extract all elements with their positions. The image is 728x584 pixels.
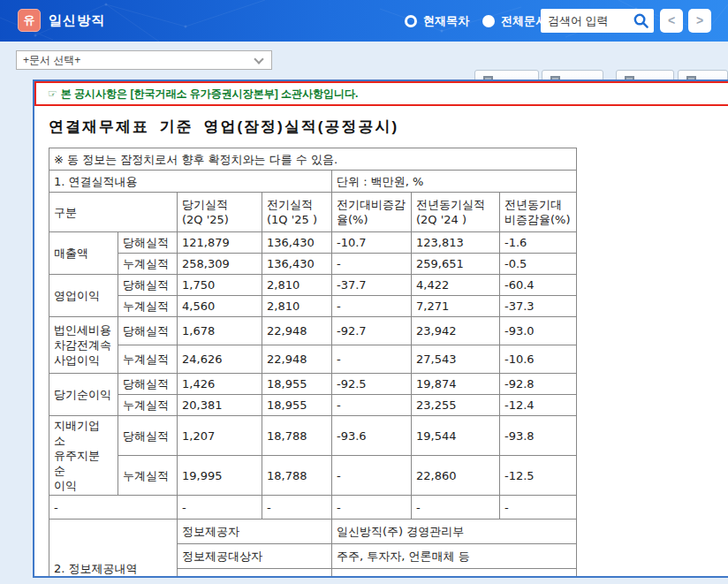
top-header-bar: 유 일신방직 현재목차 전체문서 < > xyxy=(0,0,728,42)
header-previous: 전기실적 (1Q '25 ) xyxy=(262,193,332,232)
table-row: 1. 연결실적내용 단위 : 백만원, % xyxy=(49,171,577,193)
cell: 18,955 xyxy=(262,395,332,416)
cell: 1,426 xyxy=(178,374,262,395)
jurisdiction-notice: ☞본 공시사항은 [한국거래소 유가증권시장본부] 소관사항입니다. xyxy=(34,81,728,106)
cell: -93.6 xyxy=(332,416,412,456)
cell: -10.7 xyxy=(332,232,412,254)
cell: - xyxy=(332,254,412,275)
table-row: 누계실적 258,309 136,430 - 259,651 -0.5 xyxy=(49,254,577,275)
next-button[interactable]: > xyxy=(688,9,711,33)
app-logo: 유 일신방직 xyxy=(18,9,105,32)
group-label: 지배기업 소 유주지분 순 이익 xyxy=(49,416,118,496)
company-name: 일신방직 xyxy=(49,12,105,29)
cell: 2,810 xyxy=(262,296,332,317)
table-row: 지배기업 소 유주지분 순 이익 당해실적 1,207 18,788 -93.6… xyxy=(49,416,577,456)
row-type: 당해실적 xyxy=(118,416,178,456)
provisional-note-cell: ※ 동 정보는 잠정치로서 향후 확정치와는 다를 수 있음. xyxy=(49,148,577,171)
cell: -1.6 xyxy=(500,232,577,254)
radio-current-toc[interactable] xyxy=(405,15,417,27)
section2-label: 2. 정보제공내역 xyxy=(49,520,178,579)
cell: -37.3 xyxy=(500,296,577,317)
cell: -12.5 xyxy=(500,456,577,496)
cell: -92.5 xyxy=(332,374,412,395)
cell: 1,678 xyxy=(178,317,262,345)
cell: 18,955 xyxy=(262,374,332,395)
cell: 4,422 xyxy=(412,275,500,296)
cell: 23,942 xyxy=(412,317,500,345)
cell: - xyxy=(332,496,412,520)
section1-title-cell: 1. 연결실적내용 xyxy=(49,171,332,193)
cell: -0.5 xyxy=(500,254,577,275)
cell: 18,788 xyxy=(262,416,332,456)
row-type: 당해실적 xyxy=(118,232,178,254)
document-content-panel: ☞본 공시사항은 [한국거래소 유가증권시장본부] 소관사항입니다. 연결재무제… xyxy=(33,80,728,578)
disclosure-viewer-page: { "header": { "logo_badge": "유", "compan… xyxy=(0,0,728,584)
cell: 4,560 xyxy=(178,296,262,317)
radio-current-toc-label[interactable]: 현재목차 xyxy=(423,13,469,29)
cell: - xyxy=(332,456,412,496)
group-label: 당기순이익 xyxy=(49,374,118,416)
cell: 259,651 xyxy=(412,254,500,275)
group-label: 영업이익 xyxy=(49,275,118,317)
cell: 27,543 xyxy=(412,345,500,374)
cell: -12.4 xyxy=(500,395,577,416)
cell: 22,948 xyxy=(262,317,332,345)
row-type: 당해실적 xyxy=(118,374,178,395)
table-row: 누계실적 20,381 18,955 - 23,255 -12.4 xyxy=(49,395,577,416)
group-label: 법인세비용 차감전계속 사업이익 xyxy=(49,317,118,374)
header-yoy-period: 전년동기실적 (2Q '24 ) xyxy=(412,193,500,232)
cell: -37.7 xyxy=(332,275,412,296)
document-select-value: +문서 선택+ xyxy=(23,54,80,66)
table-row: 누계실적 19,995 18,788 - 22,860 -12.5 xyxy=(49,456,577,496)
search-box xyxy=(541,9,654,33)
cell: -93.8 xyxy=(500,416,577,456)
row-type: 누계실적 xyxy=(118,456,178,496)
table-header-row: 구분 당기실적 (2Q '25) 전기실적 (1Q '25 ) 전기대비증감 율… xyxy=(49,193,577,232)
header-gubun: 구분 xyxy=(49,193,178,232)
cell: 22,860 xyxy=(412,456,500,496)
row-type: 누계실적 xyxy=(118,254,178,275)
table-row: 누계실적 24,626 22,948 - 27,543 -10.6 xyxy=(49,345,577,374)
unit-label-cell: 단위 : 백만원, % xyxy=(332,171,577,193)
cell: 136,430 xyxy=(262,254,332,275)
cell: 258,309 xyxy=(178,254,262,275)
cell: 20,381 xyxy=(178,395,262,416)
cell: - xyxy=(500,496,577,520)
cell: 18,788 xyxy=(262,456,332,496)
pointing-hand-icon: ☞ xyxy=(48,87,57,100)
search-icon[interactable] xyxy=(633,12,649,29)
header-yoy-rate: 전년동기대 비증감율(%) xyxy=(500,193,577,232)
section2-value: 주주, 투자자, 언론매체 등 xyxy=(332,544,577,569)
cell: - xyxy=(178,496,262,520)
cell: 19,995 xyxy=(178,456,262,496)
table-row: ※ 동 정보는 잠정치로서 향후 확정치와는 다를 수 있음. xyxy=(49,148,577,171)
document-select-dropdown[interactable]: +문서 선택+ xyxy=(16,50,272,70)
table-row: 영업이익 당해실적 1,750 2,810 -37.7 4,422 -60.4 xyxy=(49,275,577,296)
market-type-badge: 유 xyxy=(18,9,41,32)
prev-button[interactable]: < xyxy=(660,9,683,33)
cell: -92.8 xyxy=(500,374,577,395)
results-table: ※ 동 정보는 잠정치로서 향후 확정치와는 다를 수 있음. 1. 연결실적내… xyxy=(49,148,577,578)
chevron-down-icon xyxy=(254,54,263,64)
cell: -60.4 xyxy=(500,275,577,296)
section2-value: 2025년 8월 7일 xyxy=(332,569,577,579)
cell: 7,271 xyxy=(412,296,500,317)
cell: 19,874 xyxy=(412,374,500,395)
jurisdiction-notice-text: 본 공시사항은 [한국거래소 유가증권시장본부] 소관사항입니다. xyxy=(61,87,359,100)
section2-key: 정보제공자 xyxy=(178,520,332,544)
cell: 136,430 xyxy=(262,232,332,254)
cell: 22,948 xyxy=(262,345,332,374)
section2-value: 일신방직(주) 경영관리부 xyxy=(332,520,577,544)
cell: 24,626 xyxy=(178,345,262,374)
table-row: 매출액 당해실적 121,879 136,430 -10.7 123,813 -… xyxy=(49,232,577,254)
radio-all-documents[interactable] xyxy=(482,15,495,27)
section2-key: 정보제공(예정)일시 xyxy=(178,569,332,579)
cell: - xyxy=(332,395,412,416)
table-row: 당기순이익 당해실적 1,426 18,955 -92.5 19,874 -92… xyxy=(49,374,577,395)
table-row: 누계실적 4,560 2,810 - 7,271 -37.3 xyxy=(49,296,577,317)
page-title: 연결재무제표 기준 영업(잠정)실적(공정공시) xyxy=(49,117,398,137)
cell: - xyxy=(412,496,500,520)
cell: - xyxy=(262,496,332,520)
header-qoq-rate: 전기대비증감 율(%) xyxy=(332,193,412,232)
row-type: 당해실적 xyxy=(118,275,178,296)
